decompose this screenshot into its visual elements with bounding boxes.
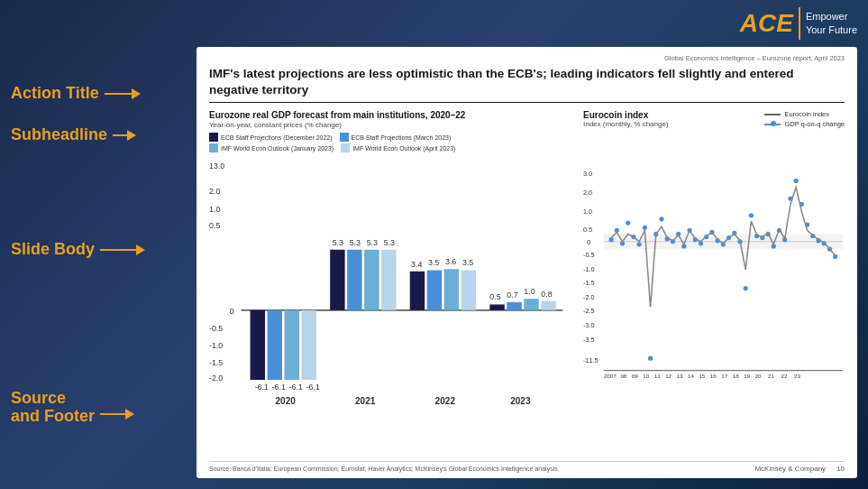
- left-chart-legend: ECB Staff Projections (December 2022) EC…: [209, 133, 574, 152]
- svg-text:0.5: 0.5: [209, 221, 220, 230]
- svg-text:18: 18: [733, 373, 739, 379]
- legend-color-3: [209, 143, 218, 152]
- right-eurocoin-chart: Eurocoin index Index (monthly, % change)…: [583, 110, 845, 417]
- svg-text:13: 13: [677, 373, 683, 379]
- svg-text:2.0: 2.0: [583, 189, 592, 197]
- svg-text:1.0: 1.0: [209, 205, 220, 214]
- svg-text:5.3: 5.3: [333, 238, 343, 247]
- svg-text:-6.1: -6.1: [272, 383, 286, 392]
- svg-text:15: 15: [699, 373, 705, 379]
- svg-text:09: 09: [632, 373, 638, 379]
- svg-text:-3.5: -3.5: [583, 336, 595, 344]
- source-footer-arrow: [100, 409, 134, 420]
- legend-color-2: [340, 133, 349, 142]
- svg-text:-0.5: -0.5: [583, 251, 595, 259]
- svg-text:-6.1: -6.1: [289, 383, 303, 392]
- bar-2022-2: [427, 271, 442, 310]
- svg-text:3.4: 3.4: [411, 260, 422, 269]
- svg-text:-2.5: -2.5: [583, 308, 595, 316]
- svg-text:16: 16: [710, 373, 717, 379]
- svg-text:5.3: 5.3: [384, 238, 395, 247]
- svg-point-46: [608, 237, 613, 242]
- right-legend-item-1: Eurocoin index: [764, 110, 845, 118]
- source-footer-label: Source and Footer: [11, 390, 95, 426]
- svg-text:0: 0: [587, 238, 590, 246]
- svg-point-79: [794, 179, 799, 183]
- eurocoin-svg: 3.0 2.0 1.0 0.5 0 -0.5 -1.0 -1.5 -2.0 -2…: [583, 132, 845, 417]
- svg-text:0.7: 0.7: [507, 291, 517, 300]
- svg-text:2021: 2021: [355, 396, 376, 406]
- svg-text:2.0: 2.0: [209, 187, 220, 196]
- svg-text:0: 0: [230, 307, 234, 316]
- svg-text:2023: 2023: [510, 396, 531, 406]
- svg-text:-2.0: -2.0: [583, 293, 595, 301]
- logo-divider: [799, 7, 800, 40]
- svg-point-71: [749, 213, 754, 217]
- legend-color-4: [341, 143, 350, 152]
- svg-text:12: 12: [665, 373, 672, 379]
- svg-text:-3.0: -3.0: [583, 321, 595, 329]
- bar-2022-1: [410, 272, 425, 310]
- action-title-label-group: Action Title: [11, 85, 141, 103]
- legend-line-eurocoin: [764, 114, 781, 115]
- legend-item-1: ECB Staff Projections (December 2022): [209, 133, 333, 142]
- slide-body: Eurozone real GDP forecast from main ins…: [209, 110, 845, 417]
- eurocoin-subtitle: Index (monthly, % change): [583, 120, 669, 128]
- subheadline-label-group: Subheadline: [11, 126, 136, 144]
- logo-area: ACE Empower Your Future: [740, 7, 857, 40]
- svg-text:23: 23: [794, 373, 800, 379]
- svg-text:11: 11: [654, 373, 661, 379]
- footer-company: McKinsey & Company: [754, 465, 826, 473]
- right-chart-legend: Eurocoin index GDP q-on-q change: [764, 110, 845, 128]
- right-chart-header: Eurocoin index Index (monthly, % change)…: [583, 110, 845, 128]
- footer-right: McKinsey & Company 10: [754, 465, 845, 473]
- slide-footer: Source: Banca d'Italia; European Commiss…: [209, 461, 845, 473]
- svg-text:1.0: 1.0: [583, 208, 592, 216]
- logo-tagline: Empower Your Future: [806, 10, 857, 38]
- svg-text:0.8: 0.8: [541, 290, 552, 299]
- svg-text:-1.0: -1.0: [583, 265, 595, 273]
- svg-text:2007: 2007: [604, 373, 617, 379]
- action-title-label: Action Title: [11, 85, 99, 103]
- legend-item-2: ECB Staff Projections (March 2023): [340, 133, 452, 142]
- svg-text:3.6: 3.6: [445, 257, 456, 266]
- svg-text:0.5: 0.5: [489, 293, 500, 302]
- slide-container: Global Economics Intelligence – Eurozone…: [196, 47, 857, 478]
- svg-text:-11.5: -11.5: [583, 356, 598, 364]
- left-bar-chart: Eurozone real GDP forecast from main ins…: [209, 110, 574, 417]
- bar-2023-4: [541, 301, 555, 310]
- bar-2020-4: [302, 310, 316, 380]
- svg-text:10: 10: [643, 373, 649, 379]
- subheadline-arrow: [113, 130, 136, 141]
- legend-color-1: [209, 133, 218, 142]
- svg-text:3.5: 3.5: [428, 259, 439, 268]
- right-chart-titles: Eurocoin index Index (monthly, % change): [583, 110, 669, 128]
- subheadline-label: Subheadline: [11, 126, 107, 144]
- bar-2021-1: [330, 250, 344, 310]
- bar-2021-3: [364, 250, 379, 310]
- svg-text:1.0: 1.0: [524, 287, 535, 296]
- source-footer-label-group: Source and Footer: [11, 390, 134, 426]
- svg-text:17: 17: [721, 373, 727, 379]
- logo-ace: ACE: [740, 11, 793, 36]
- footer-page: 10: [836, 465, 845, 473]
- bar-2021-2: [347, 250, 361, 310]
- svg-point-55: [659, 217, 663, 221]
- slide-title: IMF's latest projections are less optimi…: [209, 66, 845, 103]
- svg-text:13.0: 13.0: [209, 161, 224, 171]
- legend-dotline-gdp: [764, 124, 781, 125]
- svg-text:-2.0: -2.0: [209, 374, 223, 383]
- action-title-arrow: [105, 88, 141, 99]
- bar-2023-1: [489, 305, 504, 310]
- slide-body-label-group: Slide Body: [11, 241, 145, 259]
- svg-text:5.3: 5.3: [367, 238, 378, 247]
- svg-point-49: [626, 221, 630, 226]
- svg-text:08: 08: [620, 373, 626, 379]
- svg-text:19: 19: [744, 373, 750, 379]
- svg-text:5.3: 5.3: [350, 238, 361, 247]
- svg-text:14: 14: [688, 373, 694, 379]
- left-chart-subtitle: Year-on-year, constant prices (% change): [209, 121, 574, 129]
- svg-text:-1.5: -1.5: [583, 280, 595, 288]
- bar-2020-3: [285, 310, 299, 380]
- bar-2022-4: [461, 271, 476, 310]
